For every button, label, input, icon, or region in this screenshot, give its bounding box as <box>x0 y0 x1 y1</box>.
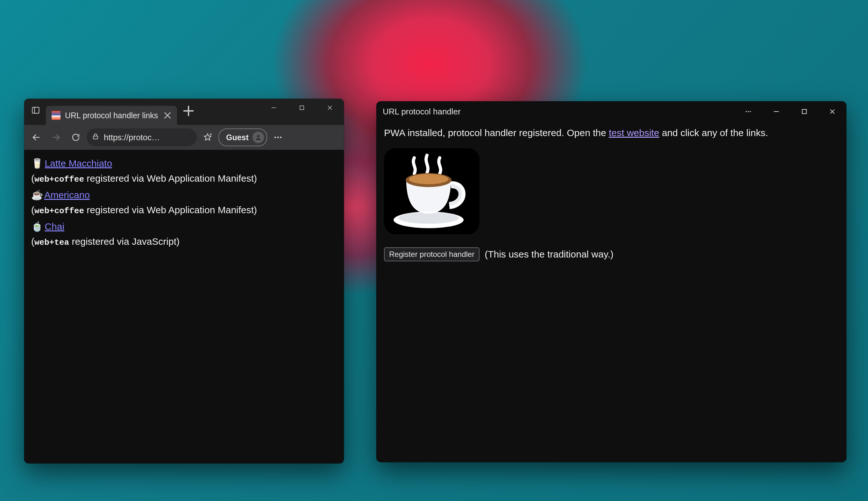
plus-icon <box>181 103 196 119</box>
list-item: 🥛 Latte Macchiato <box>31 156 337 171</box>
nav-forward-button[interactable] <box>47 128 65 146</box>
close-icon <box>327 105 333 111</box>
coffee-cup-image <box>384 148 480 234</box>
svg-point-16 <box>257 135 259 137</box>
protocol-name: web+coffee <box>34 175 84 184</box>
link-note: (web+tea registered via JavaScript) <box>31 234 337 249</box>
close-icon <box>162 110 173 120</box>
pwa-titlebar[interactable]: URL protocol handler <box>376 102 846 122</box>
person-icon <box>255 134 262 141</box>
browser-toolbar: https://protoc… Guest <box>24 125 344 150</box>
svg-point-19 <box>280 137 282 138</box>
refresh-icon <box>71 132 80 142</box>
register-note-text: (This uses the traditional way.) <box>485 247 614 262</box>
window-minimize-button[interactable] <box>260 99 288 117</box>
minimize-icon <box>773 108 780 115</box>
browser-window: URL protocol handler links <box>24 99 344 463</box>
test-website-link[interactable]: test website <box>609 127 659 138</box>
window-minimize-button[interactable] <box>762 102 790 122</box>
lock-icon <box>92 132 99 140</box>
americano-link[interactable]: Americano <box>44 190 90 200</box>
app-menu-button[interactable] <box>734 102 762 122</box>
svg-rect-7 <box>300 106 304 110</box>
site-info-button[interactable] <box>92 132 99 142</box>
svg-point-20 <box>746 111 747 112</box>
link-note: (web+coffee registered via Web Applicati… <box>31 171 337 186</box>
more-horizontal-icon <box>745 108 752 115</box>
nav-back-button[interactable] <box>28 128 45 146</box>
minimize-icon <box>271 105 277 111</box>
svg-point-21 <box>748 111 749 112</box>
pwa-window: URL protocol handler PWA installed, prot <box>376 102 846 462</box>
browser-titlebar[interactable]: URL protocol handler links <box>24 99 344 125</box>
vertical-tabs-button[interactable] <box>28 103 43 118</box>
maximize-icon <box>299 105 305 111</box>
browser-page-content: 🥛 Latte Macchiato (web+coffee registered… <box>24 150 344 463</box>
intro-text: PWA installed, protocol handler register… <box>384 126 839 140</box>
chai-link[interactable]: Chai <box>45 221 64 232</box>
profile-avatar <box>253 132 264 143</box>
svg-rect-24 <box>802 109 806 114</box>
latte-macchiato-link[interactable]: Latte Macchiato <box>45 158 112 169</box>
settings-and-more-button[interactable] <box>269 128 287 146</box>
window-controls <box>260 99 344 117</box>
svg-point-22 <box>750 111 751 112</box>
list-item: 🍵 Chai <box>31 219 337 234</box>
protocol-name: web+tea <box>34 238 69 247</box>
tab-title: URL protocol handler links <box>65 111 158 120</box>
window-close-button[interactable] <box>316 99 344 117</box>
arrow-right-icon <box>51 132 61 142</box>
desktop-wallpaper: { "browser": { "tab": { "title": "URL pr… <box>0 0 868 501</box>
close-icon <box>829 108 836 115</box>
profile-button[interactable]: Guest <box>218 128 267 146</box>
window-controls <box>734 102 846 122</box>
link-note: (web+coffee registered via Web Applicati… <box>31 203 337 217</box>
tab-favicon <box>52 111 61 120</box>
tea-emoji: 🍵 <box>31 219 41 234</box>
svg-point-18 <box>277 137 278 138</box>
arrow-left-icon <box>32 132 41 142</box>
address-bar[interactable]: https://protoc… <box>87 128 197 146</box>
list-item: ☕ Americano <box>31 188 337 202</box>
pwa-title-text: URL protocol handler <box>383 107 461 117</box>
protocol-name: web+coffee <box>34 206 84 216</box>
svg-point-17 <box>274 137 276 138</box>
favorites-button[interactable] <box>199 128 217 146</box>
register-protocol-handler-button[interactable]: Register protocol handler <box>384 247 480 261</box>
svg-point-31 <box>409 174 448 184</box>
window-maximize-button[interactable] <box>790 102 818 122</box>
browser-tab[interactable]: URL protocol handler links <box>46 106 177 125</box>
pwa-page-content: PWA installed, protocol handler register… <box>376 122 846 462</box>
address-bar-url: https://protoc… <box>104 132 190 142</box>
window-maximize-button[interactable] <box>288 99 316 117</box>
svg-rect-0 <box>32 107 39 114</box>
window-close-button[interactable] <box>818 102 846 122</box>
nav-refresh-button[interactable] <box>67 128 85 146</box>
new-tab-button[interactable] <box>181 103 196 119</box>
svg-marker-13 <box>204 134 211 140</box>
register-row: Register protocol handler (This uses the… <box>384 247 839 262</box>
profile-label: Guest <box>226 133 249 142</box>
tab-close-button[interactable] <box>162 110 173 120</box>
svg-rect-12 <box>93 136 98 139</box>
maximize-icon <box>801 108 808 115</box>
svg-point-29 <box>398 212 459 224</box>
milk-emoji: 🥛 <box>31 156 41 171</box>
coffee-emoji: ☕ <box>31 188 41 202</box>
more-horizontal-icon <box>273 132 283 142</box>
star-icon <box>203 132 212 142</box>
